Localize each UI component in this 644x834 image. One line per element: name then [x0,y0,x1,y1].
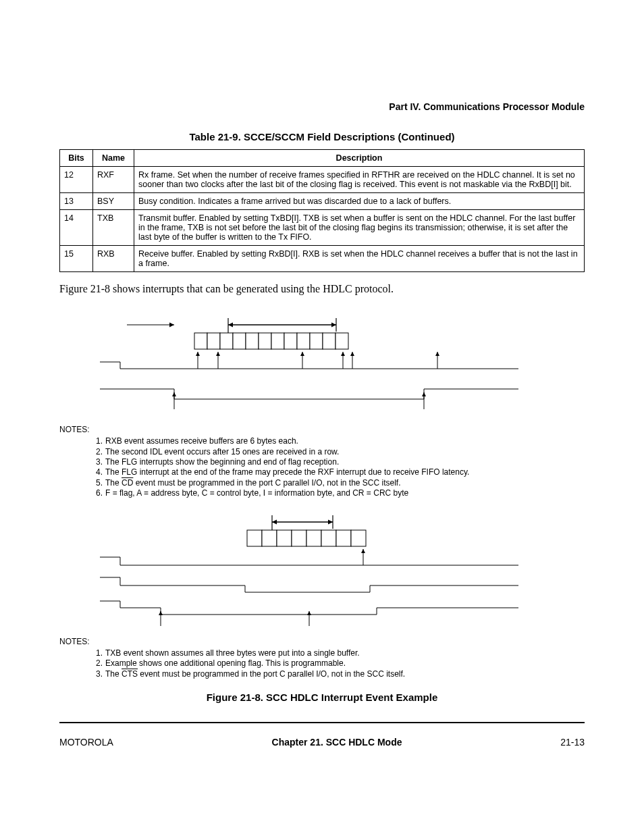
svg-rect-41 [306,530,321,546]
cell-bits: 12 [60,167,93,193]
cell-name: RXF [93,167,134,193]
note-item: 5.The CD event must be programmed in the… [90,478,585,488]
svg-rect-6 [207,333,220,349]
timing-diagram-rx [100,311,518,419]
svg-rect-13 [297,333,310,349]
footer-left: MOTOROLA [59,737,113,748]
page-footer: MOTOROLA Chapter 21. SCC HDLC Mode 21-13 [59,737,585,748]
note-item: 2.The second IDL event occurs after 15 o… [90,447,585,457]
notes-block-2: NOTES: 1.TXB event shown assumes all thr… [90,637,585,679]
cell-name: BSY [93,193,134,210]
svg-rect-8 [233,333,246,349]
page: Part IV. Communications Processor Module… [0,0,644,788]
svg-rect-40 [292,530,306,546]
note-num: 2. [90,658,103,669]
notes-block-1: NOTES: 1.RXB event assumes receive buffe… [90,425,585,499]
note-item: 1.RXB event assumes receive buffers are … [90,436,585,446]
note-num: 3. [90,457,103,467]
svg-rect-14 [310,333,323,349]
svg-rect-15 [323,333,336,349]
th-name: Name [93,150,134,167]
note-item: 6.F = flag, A = address byte, C = contro… [90,488,585,498]
note-text: The FLG interrupt at the end of the fram… [105,467,469,477]
svg-rect-9 [246,333,259,349]
notes-label: NOTES: [59,425,585,435]
note-text: F = flag, A = address byte, C = control … [105,488,408,498]
note-num: 3. [90,669,103,679]
note-item: 3.The CTS event must be programmed in th… [90,669,585,679]
cell-desc: Receive buffer. Enabled by setting RxBD[… [134,246,585,272]
table-caption: Table 21-9. SCCE/SCCM Field Descriptions… [59,131,585,142]
cell-desc: Busy condition. Indicates a frame arrive… [134,193,585,210]
cell-name: RXB [93,246,134,272]
note-text: Example shows one additional opening fla… [105,658,346,669]
cell-desc: Transmit buffer. Enabled by setting TxBD… [134,210,585,246]
cell-bits: 14 [60,210,93,246]
note-num: 2. [90,447,103,457]
svg-rect-44 [351,530,366,546]
note-num: 5. [90,478,103,488]
svg-rect-11 [271,333,284,349]
svg-rect-42 [321,530,336,546]
note-item: 2.Example shows one additional opening f… [90,658,585,669]
timing-diagram-tx [100,510,518,631]
svg-rect-10 [259,333,271,349]
svg-rect-16 [336,333,348,349]
note-text: TXB event shown assumes all three bytes … [105,648,360,658]
note-num: 6. [90,488,103,498]
cell-bits: 13 [60,193,93,210]
cell-desc: Rx frame. Set when the number of receive… [134,167,585,193]
note-num: 4. [90,467,103,477]
note-text: The CTS event must be programmed in the … [105,669,405,679]
footer-rule [59,722,585,723]
figure-caption: Figure 21-8. SCC HDLC Interrupt Event Ex… [59,692,585,703]
table-row: 15 RXB Receive buffer. Enabled by settin… [60,246,585,272]
note-text: The CD event must be programmed in the p… [105,478,401,488]
svg-rect-37 [247,530,262,546]
note-num: 1. [90,648,103,658]
section-header: Part IV. Communications Processor Module [59,101,585,112]
note-text: The FLG interrupts show the beginning an… [105,457,339,467]
field-table: Bits Name Description 12 RXF Rx frame. S… [59,149,585,272]
note-text: The second IDL event occurs after 15 one… [105,447,339,457]
footer-right: 21-13 [560,737,585,748]
cell-bits: 15 [60,246,93,272]
svg-rect-12 [284,333,297,349]
note-item: 3.The FLG interrupts show the beginning … [90,457,585,467]
body-paragraph: Figure 21-8 shows interrupts that can be… [59,283,585,295]
th-bits: Bits [60,150,93,167]
th-desc: Description [134,150,585,167]
svg-rect-38 [262,530,277,546]
note-item: 4.The FLG interrupt at the end of the fr… [90,467,585,477]
notes-label: NOTES: [59,637,585,647]
cell-name: TXB [93,210,134,246]
table-header-row: Bits Name Description [60,150,585,167]
table-row: 14 TXB Transmit buffer. Enabled by setti… [60,210,585,246]
note-item: 1.TXB event shown assumes all three byte… [90,648,585,658]
note-num: 1. [90,436,103,446]
footer-center: Chapter 21. SCC HDLC Mode [272,737,402,748]
svg-rect-5 [194,333,207,349]
svg-rect-39 [277,530,292,546]
table-row: 12 RXF Rx frame. Set when the number of … [60,167,585,193]
svg-rect-43 [336,530,351,546]
svg-rect-7 [220,333,233,349]
table-row: 13 BSY Busy condition. Indicates a frame… [60,193,585,210]
note-text: RXB event assumes receive buffers are 6 … [105,436,298,446]
